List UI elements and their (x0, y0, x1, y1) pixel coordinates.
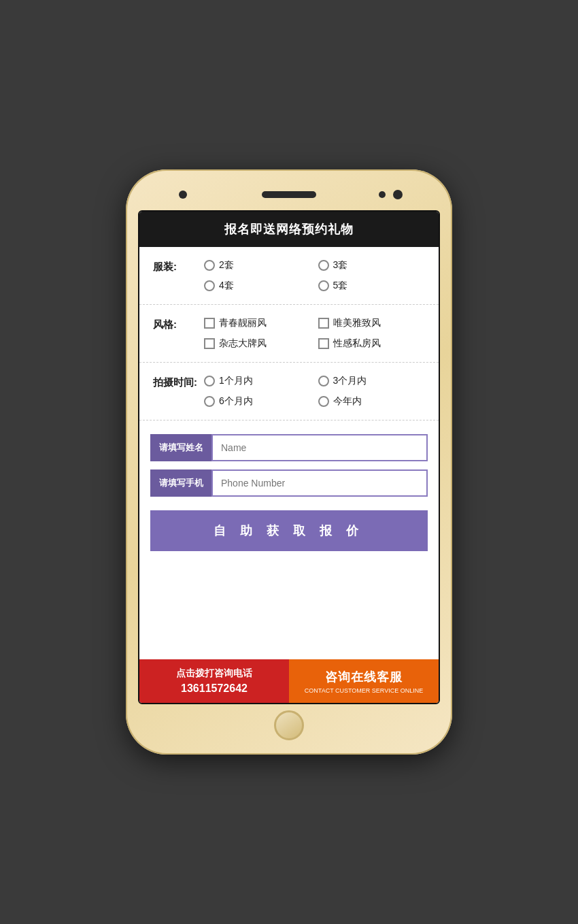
radio-icon (204, 396, 215, 407)
time-option-2[interactable]: 3个月内 (318, 375, 426, 387)
radio-icon (204, 260, 215, 271)
time-label: 拍摄时间: (153, 375, 204, 389)
form-section: 服装: 2套 3套 4套 5 (139, 247, 439, 659)
radio-icon (318, 376, 329, 386)
radio-icon (318, 396, 329, 407)
time-option-4[interactable]: 今年内 (318, 395, 426, 408)
time-row: 拍摄时间: 1个月内 3个月内 6个月内 (139, 363, 439, 420)
online-service-sublabel: CONTACT CUSTOMER SERVICE ONLINE (305, 687, 423, 694)
submit-button[interactable]: 自 助 获 取 报 价 (150, 510, 428, 551)
radio-icon (204, 280, 215, 291)
phone-bottom-bar (138, 708, 440, 742)
phone-top-bar (138, 182, 440, 208)
radio-icon (204, 376, 215, 386)
style-option-4[interactable]: 性感私房风 (318, 337, 426, 350)
header-title: 报名即送网络预约礼物 (224, 222, 354, 236)
radio-icon (318, 280, 329, 291)
radio-icon (318, 260, 329, 271)
sensor-dot (379, 191, 386, 198)
camera-icon (179, 191, 187, 199)
phone-label-button: 请填写手机 (150, 469, 211, 497)
form-header: 报名即送网络预约礼物 (139, 212, 439, 247)
costume-row: 服装: 2套 3套 4套 5 (139, 247, 439, 305)
name-input[interactable] (211, 434, 428, 461)
costume-option-3[interactable]: 3套 (318, 259, 426, 271)
style-options: 青春靓丽风 唯美雅致风 杂志大牌风 性感私房风 (204, 317, 425, 350)
phone-number: 13611572642 (181, 682, 248, 695)
time-option-3[interactable]: 6个月内 (204, 395, 311, 408)
time-option-1[interactable]: 1个月内 (204, 375, 311, 387)
phone-screen: 报名即送网络预约礼物 服装: 2套 3套 4套 (138, 210, 440, 704)
call-button[interactable]: 点击拨打咨询电话 13611572642 (139, 659, 289, 703)
costume-option-2[interactable]: 2套 (204, 259, 311, 271)
costume-options: 2套 3套 4套 5套 (204, 259, 425, 292)
style-option-2[interactable]: 唯美雅致风 (318, 317, 426, 329)
online-service-label: 咨询在线客服 (325, 669, 403, 685)
style-option-3[interactable]: 杂志大牌风 (204, 337, 311, 350)
checkbox-icon (204, 318, 215, 329)
spacer (139, 562, 439, 569)
costume-option-4[interactable]: 4套 (204, 280, 311, 292)
home-button[interactable] (274, 710, 304, 740)
online-service-button[interactable]: 咨询在线客服 CONTACT CUSTOMER SERVICE ONLINE (289, 659, 439, 703)
costume-option-5[interactable]: 5套 (318, 280, 426, 292)
checkbox-icon (204, 338, 215, 349)
time-options: 1个月内 3个月内 6个月内 今年内 (204, 375, 425, 408)
style-row: 风格: 青春靓丽风 唯美雅致风 杂志大牌风 (139, 305, 439, 363)
checkbox-icon (318, 318, 329, 329)
name-label-button: 请填写姓名 (150, 434, 211, 461)
inputs-section: 请填写姓名 请填写手机 (139, 420, 439, 504)
name-input-row: 请填写姓名 (150, 434, 428, 461)
footer-bar: 点击拨打咨询电话 13611572642 咨询在线客服 CONTACT CUST… (139, 659, 439, 703)
call-label: 点击拨打咨询电话 (176, 667, 252, 680)
phone-input[interactable] (211, 469, 428, 497)
costume-label: 服装: (153, 259, 204, 274)
speaker-icon (262, 191, 316, 198)
style-label: 风格: (153, 317, 204, 331)
phone-device: 报名即送网络预约礼物 服装: 2套 3套 4套 (126, 169, 452, 755)
checkbox-icon (318, 338, 329, 349)
phone-input-row: 请填写手机 (150, 469, 428, 497)
flash-dot (393, 190, 403, 199)
style-option-1[interactable]: 青春靓丽风 (204, 317, 311, 329)
